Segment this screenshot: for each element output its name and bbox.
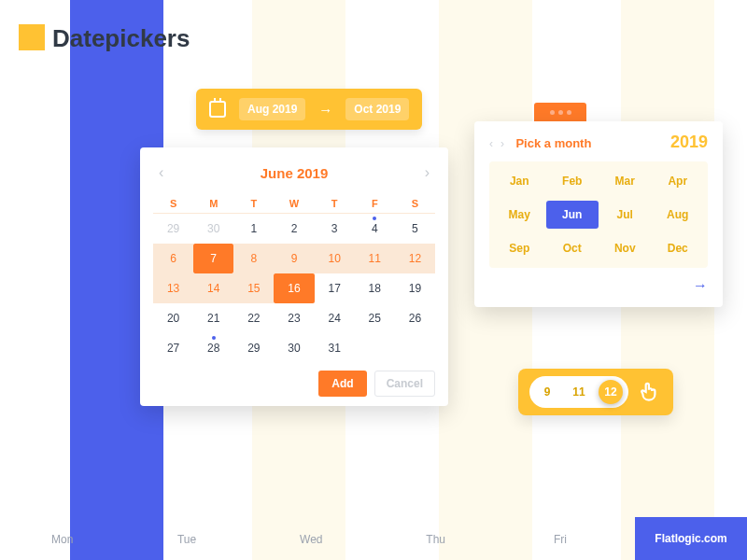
calendar-day-header: W xyxy=(274,192,314,214)
month-option[interactable]: Aug xyxy=(652,201,705,229)
calendar-day[interactable]: 17 xyxy=(315,273,355,303)
calendar-day[interactable]: 23 xyxy=(274,303,314,333)
range-start[interactable]: Aug 2019 xyxy=(239,98,305,120)
calendar-day[interactable]: 22 xyxy=(233,303,274,333)
month-option[interactable]: Jun xyxy=(546,201,599,229)
date-range-picker[interactable]: Aug 2019 → Oct 2019 xyxy=(196,89,422,130)
month-option[interactable]: Dec xyxy=(652,234,705,262)
calendar-day[interactable]: 27 xyxy=(153,333,193,363)
month-option[interactable]: Sep xyxy=(493,234,546,262)
prev-year-button[interactable]: ‹ xyxy=(489,137,493,150)
calendar-grid: SMTWTFS293012345678910111213141516171819… xyxy=(153,192,435,363)
calendar-day[interactable]: 5 xyxy=(395,214,435,244)
calendar-day[interactable]: 13 xyxy=(153,273,193,303)
next-month-button[interactable]: › xyxy=(419,161,435,185)
calendar-day-header: S xyxy=(153,192,193,214)
calendar-day[interactable]: 4 xyxy=(355,214,395,244)
chooser-option[interactable]: 11 xyxy=(567,380,591,404)
calendar-day[interactable]: 8 xyxy=(233,244,274,273)
calendar-day[interactable]: 25 xyxy=(355,303,395,333)
month-option[interactable]: Mar xyxy=(599,167,652,195)
calendar-day[interactable]: 30 xyxy=(193,214,233,244)
calendar-day-header: F xyxy=(355,192,395,214)
calendar-day[interactable]: 2 xyxy=(274,214,314,244)
calendar-day-header: T xyxy=(315,192,355,214)
month-picker-card: ‹› Pick a month 2019 JanFebMarAprMayJunJ… xyxy=(474,121,723,307)
month-option[interactable]: May xyxy=(493,201,546,229)
calendar-day[interactable]: 18 xyxy=(355,273,395,303)
calendar-day[interactable]: 9 xyxy=(274,244,314,273)
calendar-day[interactable]: 31 xyxy=(315,333,355,363)
calendar-card: ‹ June 2019 › SMTWTFS2930123456789101112… xyxy=(140,147,448,406)
month-option[interactable]: Feb xyxy=(546,167,599,195)
calendar-day[interactable]: 24 xyxy=(315,303,355,333)
calendar-day[interactable]: 16 xyxy=(274,273,314,303)
calendar-day[interactable]: 3 xyxy=(315,214,355,244)
page-title: Datepickers xyxy=(52,24,190,53)
footer-day: Fri xyxy=(498,533,622,546)
calendar-day[interactable]: 1 xyxy=(233,214,274,244)
month-grid: JanFebMarAprMayJunJulAugSepOctNovDec xyxy=(489,161,708,268)
month-option[interactable]: Jul xyxy=(599,201,652,229)
calendar-day[interactable]: 11 xyxy=(355,244,395,273)
calendar-day[interactable]: 26 xyxy=(395,303,435,333)
calendar-day[interactable]: 6 xyxy=(153,244,193,273)
calendar-day[interactable]: 21 xyxy=(193,303,233,333)
month-picker-label: Pick a month xyxy=(515,136,591,150)
calendar-day-header: M xyxy=(193,192,233,214)
range-end[interactable]: Oct 2019 xyxy=(345,98,409,120)
month-picker-year: 2019 xyxy=(670,133,708,152)
pointer-icon xyxy=(638,380,662,404)
month-option[interactable]: Nov xyxy=(599,234,652,262)
calendar-day[interactable]: 19 xyxy=(395,273,435,303)
add-button[interactable]: Add xyxy=(318,371,366,397)
month-picker-confirm[interactable]: → xyxy=(489,277,708,294)
footer-day: Wed xyxy=(249,533,374,546)
calendar-day[interactable]: 30 xyxy=(274,333,314,363)
footer-day: Thu xyxy=(374,533,498,546)
calendar-icon xyxy=(209,101,226,118)
calendar-day[interactable]: 29 xyxy=(153,214,193,244)
calendar-day[interactable]: 12 xyxy=(395,244,435,273)
month-option[interactable]: Oct xyxy=(546,234,599,262)
chooser-option[interactable]: 9 xyxy=(535,380,559,404)
prev-month-button[interactable]: ‹ xyxy=(153,161,169,185)
window-controls-icon xyxy=(534,103,586,121)
calendar-month-label: June 2019 xyxy=(261,165,329,181)
calendar-day-header: T xyxy=(233,192,274,214)
chooser-pill: 91112 xyxy=(529,376,628,408)
calendar-day[interactable]: 10 xyxy=(315,244,355,273)
chooser-option[interactable]: 12 xyxy=(599,380,623,404)
footer-day: Tue xyxy=(124,533,248,546)
cancel-button[interactable]: Cancel xyxy=(374,371,435,397)
calendar-day[interactable]: 7 xyxy=(193,244,233,273)
next-year-button[interactable]: › xyxy=(500,137,504,150)
calendar-day[interactable]: 28 xyxy=(193,333,233,363)
calendar-day[interactable]: 29 xyxy=(233,333,274,363)
calendar-day[interactable]: 20 xyxy=(153,303,193,333)
brand-badge[interactable]: Flatlogic.com xyxy=(635,517,747,560)
month-option[interactable]: Apr xyxy=(652,167,705,195)
footer-day: Mon xyxy=(0,533,124,546)
calendar-day-header: S xyxy=(395,192,435,214)
arrow-right-icon: → xyxy=(318,102,332,118)
month-option[interactable]: Jan xyxy=(493,167,546,195)
title-accent xyxy=(19,24,45,50)
calendar-day[interactable]: 15 xyxy=(233,273,274,303)
value-chooser: 91112 xyxy=(518,369,673,415)
calendar-day[interactable]: 14 xyxy=(193,273,233,303)
